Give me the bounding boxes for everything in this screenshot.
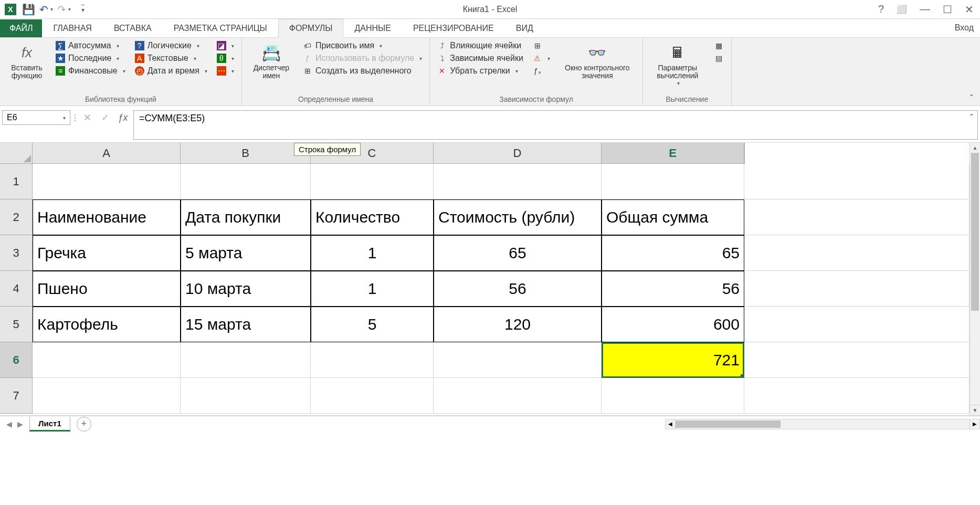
sheet-nav-prev[interactable]: ◀ — [4, 419, 14, 429]
cell-D7[interactable] — [434, 378, 602, 414]
cell-blank[interactable] — [744, 378, 970, 414]
row-header-2[interactable]: 2 — [0, 199, 33, 235]
vertical-scrollbar[interactable]: ▲ ▼ — [970, 143, 980, 415]
cell-C2[interactable]: Количество — [311, 199, 434, 235]
cell-blank[interactable] — [744, 342, 970, 378]
cell-A3[interactable]: Гречка — [33, 235, 181, 271]
cell-B7[interactable] — [181, 378, 311, 414]
error-checking-button[interactable]: ⚠▾ — [530, 52, 553, 64]
cell-B5[interactable]: 15 марта — [181, 307, 311, 342]
cell-A1[interactable] — [33, 164, 181, 199]
watch-window-button[interactable]: 👓 Окно контрольного значения — [556, 40, 638, 94]
scroll-left-button[interactable]: ◀ — [665, 419, 676, 429]
cell-A6[interactable] — [33, 342, 181, 378]
evaluate-formula-button[interactable]: ƒₓ — [530, 65, 553, 77]
signin-link[interactable]: Вход — [955, 23, 974, 33]
help-button[interactable]: ? — [875, 2, 887, 16]
column-header-blank[interactable] — [744, 143, 745, 164]
excel-icon[interactable]: X — [2, 1, 19, 18]
cell-D2[interactable]: Стоимость (рубли) — [434, 199, 602, 235]
text-button[interactable]: AТекстовые▾ — [132, 52, 210, 64]
scroll-track[interactable] — [970, 153, 980, 405]
redo-button[interactable]: ↷▾ — [56, 1, 72, 18]
column-header-D[interactable]: D — [434, 143, 602, 164]
sheet-nav-next[interactable]: ▶ — [15, 419, 25, 429]
cell-A5[interactable]: Картофель — [33, 307, 181, 342]
cell-E1[interactable] — [602, 164, 744, 199]
add-sheet-button[interactable]: + — [77, 417, 91, 432]
tab-review[interactable]: РЕЦЕНЗИРОВАНИЕ — [402, 19, 505, 37]
show-formulas-button[interactable]: ⊞ — [530, 40, 553, 51]
scroll-thumb[interactable] — [971, 153, 979, 311]
save-button[interactable]: 💾 — [20, 1, 37, 18]
qat-customize[interactable]: ▾ — [73, 1, 90, 18]
hscroll-track[interactable] — [676, 419, 970, 429]
cell-B1[interactable] — [181, 164, 311, 199]
cell-C7[interactable] — [311, 378, 434, 414]
cell-D5[interactable]: 120 — [434, 307, 602, 342]
horizontal-scrollbar[interactable]: ◀ ▶ — [665, 419, 980, 429]
trace-dependents-button[interactable]: ⤵Зависимые ячейки — [434, 52, 526, 64]
collapse-ribbon-button[interactable]: ⌃ — [968, 93, 975, 101]
minimize-button[interactable]: — — [916, 2, 933, 16]
recent-button[interactable]: ★Последние▾ — [52, 52, 129, 64]
cell-E2[interactable]: Общая сумма — [602, 199, 744, 235]
cell-C4[interactable]: 1 — [311, 271, 434, 307]
math-button[interactable]: θ▾ — [214, 52, 237, 64]
expand-formula-bar[interactable]: ⌃ — [968, 112, 975, 121]
calculation-options-button[interactable]: 🖩 Параметры вычислений▾ — [647, 40, 708, 94]
enter-button[interactable]: ✓ — [98, 110, 112, 125]
row-header-6[interactable]: 6 — [0, 342, 33, 378]
cell-C5[interactable]: 5 — [311, 307, 434, 342]
trace-precedents-button[interactable]: ⤴Влияющие ячейки — [434, 40, 526, 51]
name-box[interactable]: E6▾ — [2, 110, 70, 125]
insert-function-button[interactable]: fx Вставить функцию — [4, 40, 49, 94]
define-name-button[interactable]: 🏷Присвоить имя▾ — [300, 40, 425, 51]
financial-button[interactable]: ≡Финансовые▾ — [52, 65, 129, 77]
scroll-up-button[interactable]: ▲ — [970, 143, 980, 153]
row-header-5[interactable]: 5 — [0, 307, 33, 342]
cell-D4[interactable]: 56 — [434, 271, 602, 307]
cell-blank[interactable] — [744, 307, 970, 342]
cell-C6[interactable] — [311, 342, 434, 378]
tab-insert[interactable]: ВСТАВКА — [103, 19, 163, 37]
cell-A2[interactable]: Наименование — [33, 199, 181, 235]
scroll-down-button[interactable]: ▼ — [970, 405, 980, 415]
cell-A4[interactable]: Пшено — [33, 271, 181, 307]
scroll-right-button[interactable]: ▶ — [970, 419, 980, 429]
cell-D3[interactable]: 65 — [434, 235, 602, 271]
cell-B4[interactable]: 10 марта — [181, 271, 311, 307]
cell-E6[interactable]: 721 — [602, 342, 744, 378]
cell-blank[interactable] — [744, 235, 970, 271]
logical-button[interactable]: ?Логические▾ — [132, 40, 210, 51]
sheet-tab[interactable]: Лист1 — [29, 417, 70, 432]
tab-data[interactable]: ДАННЫЕ — [343, 19, 402, 37]
tab-view[interactable]: ВИД — [505, 19, 544, 37]
datetime-button[interactable]: ◴Дата и время▾ — [132, 65, 210, 77]
cell-B2[interactable]: Дата покупки — [181, 199, 311, 235]
create-from-selection-button[interactable]: ⊞Создать из выделенного — [300, 65, 425, 77]
tab-file[interactable]: ФАЙЛ — [0, 19, 42, 37]
calculate-sheet-button[interactable]: ▤ — [711, 52, 727, 64]
column-header-E[interactable]: E — [602, 143, 744, 164]
use-in-formula-button[interactable]: ƒИспользовать в формуле▾ — [300, 52, 425, 64]
tab-formulas[interactable]: ФОРМУЛЫ — [278, 19, 344, 38]
cell-A7[interactable] — [33, 378, 181, 414]
close-button[interactable]: ✕ — [962, 2, 977, 17]
cell-E3[interactable]: 65 — [602, 235, 744, 271]
cell-E4[interactable]: 56 — [602, 271, 744, 307]
cell-blank[interactable] — [744, 199, 970, 235]
row-header-3[interactable]: 3 — [0, 235, 33, 271]
formula-input[interactable] — [133, 110, 978, 140]
cancel-button[interactable]: ✕ — [80, 110, 94, 125]
cell-E7[interactable] — [602, 378, 744, 414]
select-all-corner[interactable] — [0, 143, 33, 164]
lookup-button[interactable]: ◪▾ — [214, 40, 237, 51]
tab-pagelayout[interactable]: РАЗМЕТКА СТРАНИЦЫ — [163, 19, 278, 37]
column-header-A[interactable]: A — [33, 143, 181, 164]
remove-arrows-button[interactable]: ✕Убрать стрелки▾ — [434, 65, 526, 77]
tab-home[interactable]: ГЛАВНАЯ — [42, 19, 102, 37]
cell-D6[interactable] — [434, 342, 602, 378]
row-header-1[interactable]: 1 — [0, 164, 33, 199]
maximize-button[interactable]: ☐ — [940, 2, 955, 17]
